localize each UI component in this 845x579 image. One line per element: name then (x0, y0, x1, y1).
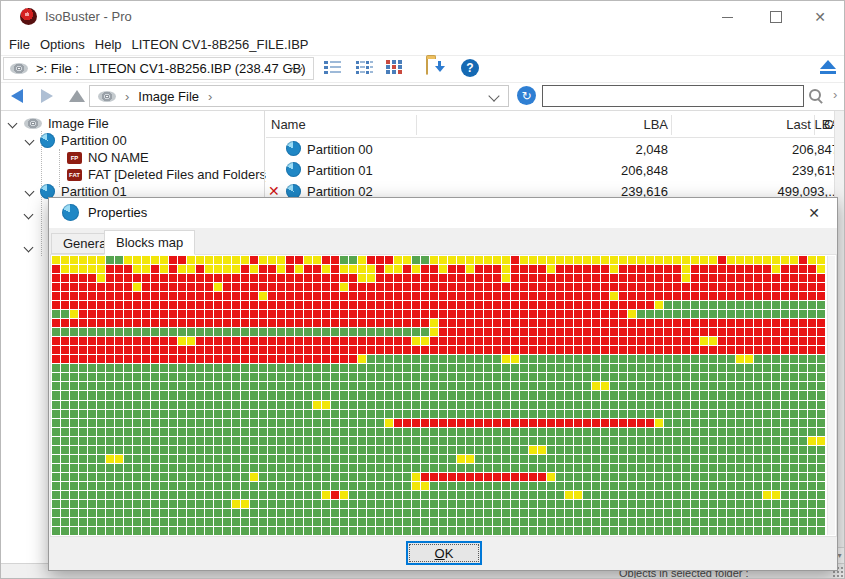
block-cell (367, 310, 375, 318)
block-cell (520, 265, 528, 273)
block-cell (709, 292, 717, 300)
expander-icon[interactable] (25, 136, 35, 146)
block-cell (448, 473, 456, 481)
column-header-name[interactable]: Name (271, 117, 421, 132)
tree-item-partition-00[interactable]: Partition 00 (26, 132, 127, 149)
column-header-lba[interactable]: LBA (421, 117, 668, 132)
block-cell (79, 328, 87, 336)
expander-icon[interactable] (25, 187, 35, 197)
tree-item-image-file[interactable]: Image File (9, 115, 109, 132)
block-cell (151, 274, 159, 282)
chevron-down-icon[interactable] (488, 90, 499, 101)
block-cell (115, 301, 123, 309)
block-cell (286, 500, 294, 508)
block-cell (520, 446, 528, 454)
forward-button[interactable] (41, 89, 53, 103)
block-cell (754, 437, 762, 445)
block-cell (619, 464, 627, 472)
maximize-button[interactable] (759, 5, 793, 29)
drive-selector[interactable]: >: File : LITEON CV1-8B256.IBP (238.47 G… (3, 57, 314, 80)
block-cell (790, 419, 798, 427)
block-cell (556, 500, 564, 508)
block-cell (268, 437, 276, 445)
list-row-partition-01[interactable]: Partition 01 206,848 239,615 16.00 MB N/… (266, 160, 835, 181)
breadcrumb[interactable]: › Image File › (89, 85, 509, 107)
search-icon[interactable] (809, 89, 821, 101)
block-cell (259, 292, 267, 300)
block-cell (466, 473, 474, 481)
menu-current-file[interactable]: LITEON CV1-8B256_FILE.IBP (132, 37, 309, 52)
menu-file[interactable]: File (9, 37, 30, 52)
back-button[interactable] (11, 89, 23, 103)
dialog-close-button[interactable]: ✕ (801, 202, 827, 224)
block-cell (106, 364, 114, 372)
close-button[interactable]: ✕ (803, 5, 837, 29)
block-cell (736, 518, 744, 526)
block-cell (592, 373, 600, 381)
search-more-chevron-icon[interactable]: › (833, 87, 837, 102)
block-cell (223, 428, 231, 436)
disc-icon (10, 63, 28, 74)
menu-options[interactable]: Options (40, 37, 85, 52)
tree-item-fat-deleted[interactable]: FAT FAT [Deleted Files and Folders] (67, 166, 270, 183)
blocks-map-scroll-track[interactable] (827, 256, 835, 535)
block-cell (349, 419, 357, 427)
up-button[interactable] (69, 90, 85, 102)
list-row-partition-00[interactable]: Partition 00 2,048 206,847 100.00 MB N/A… (266, 139, 835, 160)
block-cell (502, 527, 510, 535)
block-cell (745, 301, 753, 309)
block-cell (367, 455, 375, 463)
ok-button[interactable]: OK (406, 541, 482, 565)
block-cell (574, 337, 582, 345)
block-cell (97, 319, 105, 327)
block-cell (475, 464, 483, 472)
tab-blocks-map[interactable]: Blocks map (104, 230, 195, 255)
view-details-button[interactable] (355, 59, 374, 79)
refresh-button[interactable]: ↻ (517, 86, 536, 105)
block-cell (232, 419, 240, 427)
view-list-button[interactable] (323, 59, 342, 79)
block-cell (115, 256, 123, 264)
expander-icon[interactable] (8, 119, 18, 129)
block-cell (160, 301, 168, 309)
block-cell (79, 437, 87, 445)
tree-expander-hidden-item[interactable] (25, 239, 32, 256)
tree-item-no-name[interactable]: FP NO NAME (67, 149, 149, 166)
block-cell (772, 328, 780, 336)
view-grid-button[interactable] (385, 59, 404, 79)
block-cell (439, 328, 447, 336)
block-cell (394, 482, 402, 490)
tree-expander-hidden-item[interactable] (25, 206, 32, 223)
block-cell (70, 410, 78, 418)
block-cell (655, 437, 663, 445)
block-cell (232, 391, 240, 399)
block-cell (718, 410, 726, 418)
block-cell (646, 527, 654, 535)
block-cell (214, 283, 222, 291)
block-cell (106, 328, 114, 336)
search-input[interactable] (542, 85, 804, 107)
block-cell (70, 500, 78, 508)
block-cell (457, 256, 465, 264)
breadcrumb-path[interactable]: Image File (138, 89, 199, 104)
block-cell (610, 401, 618, 409)
block-cell (169, 509, 177, 517)
block-cell (97, 328, 105, 336)
column-header-c[interactable]: C (824, 117, 833, 132)
block-cell (745, 292, 753, 300)
block-cell (223, 437, 231, 445)
minimize-button[interactable] (710, 5, 744, 29)
block-cell (736, 373, 744, 381)
help-button[interactable]: ? (461, 59, 479, 77)
block-cell (340, 346, 348, 354)
block-cell (646, 328, 654, 336)
eject-button[interactable] (820, 60, 836, 74)
block-cell (610, 310, 618, 318)
block-cell (511, 328, 519, 336)
extract-button[interactable] (426, 59, 428, 74)
menu-help[interactable]: Help (95, 37, 122, 52)
block-cell (322, 373, 330, 381)
block-cell (574, 410, 582, 418)
block-cell (349, 373, 357, 381)
block-cell (142, 346, 150, 354)
